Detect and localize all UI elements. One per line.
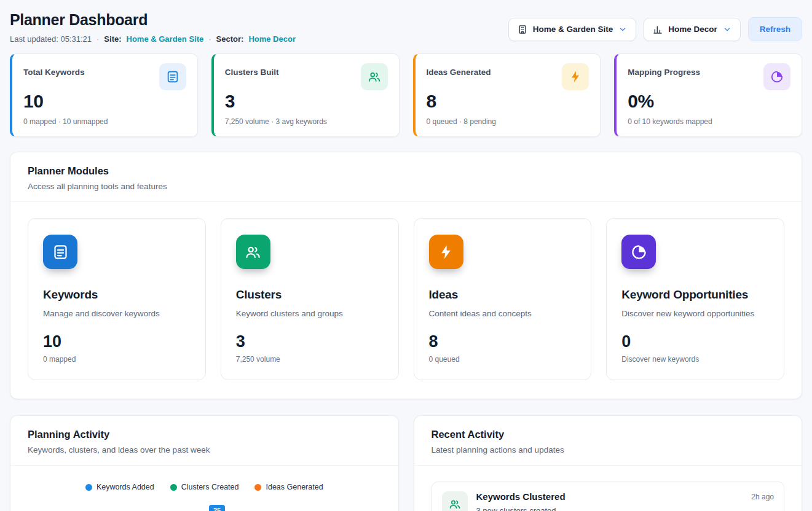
recent-activity-header: Recent Activity Latest planning actions … xyxy=(414,416,802,466)
stat-value: 0% xyxy=(628,91,790,112)
module-detail: 7,250 volume xyxy=(236,355,384,364)
legend-label: Keywords Added xyxy=(97,483,154,491)
page-title: Planner Dashboard xyxy=(10,11,296,29)
stat-card-total-keywords: Total Keywords 10 0 mapped · 10 unmapped xyxy=(10,53,198,137)
module-value: 3 xyxy=(236,332,384,351)
activity-text: Keywords Clustered 3 new clusters create… xyxy=(476,491,566,511)
lightning-icon xyxy=(429,235,463,269)
module-detail: Discover new keywords xyxy=(621,355,769,364)
stat-detail: 0 mapped · 10 unmapped xyxy=(23,117,186,126)
sector-link[interactable]: Home Decor xyxy=(248,34,296,44)
module-card-ideas[interactable]: Ideas Content ideas and concepts 8 0 que… xyxy=(414,218,592,380)
activity-line-chart: 25 25 24 xyxy=(46,504,384,511)
planner-modules-panel: Planner Modules Access all planning tool… xyxy=(10,152,802,399)
modules-grid: Keywords Manage and discover keywords 10… xyxy=(10,202,802,399)
stat-icon-badge xyxy=(159,63,186,90)
legend-item-ideas-generated: Ideas Generated xyxy=(254,483,323,491)
planning-activity-subtitle: Keywords, clusters, and ideas over the p… xyxy=(28,445,381,454)
document-icon xyxy=(43,235,77,269)
planning-activity-panel: Planning Activity Keywords, clusters, an… xyxy=(10,415,399,511)
module-value: 0 xyxy=(621,332,769,351)
lightning-icon xyxy=(569,70,582,84)
legend-dot xyxy=(170,484,177,491)
planning-activity-title: Planning Activity xyxy=(28,429,381,440)
sector-selector[interactable]: Home Decor xyxy=(644,18,741,41)
sector-label: Sector: xyxy=(216,34,244,44)
module-description: Discover new keyword opportunities xyxy=(621,309,769,318)
pie-chart-icon xyxy=(621,235,656,269)
stat-label: Ideas Generated xyxy=(427,68,491,77)
module-description: Keyword clusters and groups xyxy=(236,309,384,318)
stat-value: 3 xyxy=(225,91,388,112)
recent-activity-subtitle: Latest planning actions and updates xyxy=(432,445,785,454)
modules-title: Planner Modules xyxy=(28,165,784,177)
header-controls: Home & Garden Site Home Decor Refresh xyxy=(508,17,802,41)
module-value: 8 xyxy=(429,332,577,351)
stat-icon-badge xyxy=(763,63,790,90)
users-icon xyxy=(442,491,468,511)
recent-activity-title: Recent Activity xyxy=(432,429,785,440)
site-label: Site: xyxy=(104,34,121,44)
chevron-down-icon xyxy=(723,25,731,34)
chart-legend: Keywords Added Clusters Created Ideas Ge… xyxy=(10,466,398,496)
pie-chart-icon xyxy=(770,70,784,84)
stat-icon-badge xyxy=(361,63,388,90)
modules-subtitle: Access all planning tools and features xyxy=(28,182,784,191)
document-icon xyxy=(166,70,179,84)
refresh-button[interactable]: Refresh xyxy=(748,17,802,41)
legend-label: Clusters Created xyxy=(181,483,239,491)
legend-item-clusters-created: Clusters Created xyxy=(170,483,239,491)
stat-detail: 0 queued · 8 pending xyxy=(427,117,589,126)
bottom-row: Planning Activity Keywords, clusters, an… xyxy=(10,415,802,511)
building-icon xyxy=(518,25,527,34)
stat-value: 8 xyxy=(427,91,589,112)
legend-label: Ideas Generated xyxy=(266,483,323,491)
module-description: Manage and discover keywords xyxy=(43,309,191,318)
stat-card-ideas-generated: Ideas Generated 8 0 queued · 8 pending xyxy=(413,53,601,137)
site-link[interactable]: Home & Garden Site xyxy=(127,34,204,44)
recent-activity-list: Keywords Clustered 3 new clusters create… xyxy=(414,466,802,511)
stat-icon-badge xyxy=(562,63,589,90)
chevron-down-icon xyxy=(618,25,627,34)
page-meta: Last updated: 05:31:21 · Site: Home & Ga… xyxy=(10,34,296,44)
site-selector-label: Home & Garden Site xyxy=(533,25,613,34)
stat-label: Mapping Progress xyxy=(628,68,700,77)
recent-activity-panel: Recent Activity Latest planning actions … xyxy=(414,415,803,511)
module-card-clusters[interactable]: Clusters Keyword clusters and groups 3 7… xyxy=(221,218,399,380)
legend-dot xyxy=(254,484,261,491)
meta-separator: · xyxy=(208,34,211,44)
module-value: 10 xyxy=(43,332,191,351)
module-description: Content ideas and concepts xyxy=(429,309,577,318)
activity-title: Keywords Clustered xyxy=(476,491,566,502)
users-icon xyxy=(368,70,381,84)
sector-selector-label: Home Decor xyxy=(668,25,717,34)
site-selector[interactable]: Home & Garden Site xyxy=(508,18,637,41)
module-card-keyword-opportunities[interactable]: Keyword Opportunities Discover new keywo… xyxy=(606,218,784,380)
module-title: Keywords xyxy=(43,288,191,302)
stat-label: Total Keywords xyxy=(23,68,85,77)
activity-detail: 3 new clusters created xyxy=(476,506,566,511)
bar-chart-icon xyxy=(653,25,663,34)
planner-dashboard-page: Planner Dashboard Last updated: 05:31:21… xyxy=(0,0,812,511)
last-updated-text: Last updated: 05:31:21 xyxy=(10,34,92,44)
planning-activity-header: Planning Activity Keywords, clusters, an… xyxy=(10,416,398,466)
stat-card-mapping-progress: Mapping Progress 0% 0 of 10 keywords map… xyxy=(614,53,802,137)
module-card-keywords[interactable]: Keywords Manage and discover keywords 10… xyxy=(28,218,206,380)
stat-detail: 7,250 volume · 3 avg keywords xyxy=(225,117,388,126)
module-title: Clusters xyxy=(236,288,384,302)
activity-item-keywords-clustered[interactable]: Keywords Clustered 3 new clusters create… xyxy=(432,482,785,511)
stats-row: Total Keywords 10 0 mapped · 10 unmapped… xyxy=(10,53,802,137)
module-title: Ideas xyxy=(429,288,577,302)
header-left: Planner Dashboard Last updated: 05:31:21… xyxy=(10,11,296,44)
module-title: Keyword Opportunities xyxy=(621,288,769,302)
module-detail: 0 mapped xyxy=(43,355,191,364)
stat-card-clusters-built: Clusters Built 3 7,250 volume · 3 avg ke… xyxy=(211,53,400,137)
modules-panel-header: Planner Modules Access all planning tool… xyxy=(10,152,802,202)
page-header: Planner Dashboard Last updated: 05:31:21… xyxy=(10,11,802,44)
stat-value: 10 xyxy=(23,91,186,112)
stat-label: Clusters Built xyxy=(225,68,279,77)
module-detail: 0 queued xyxy=(429,355,577,364)
users-icon xyxy=(236,235,270,269)
stat-detail: 0 of 10 keywords mapped xyxy=(628,117,790,126)
meta-separator: · xyxy=(97,34,99,44)
